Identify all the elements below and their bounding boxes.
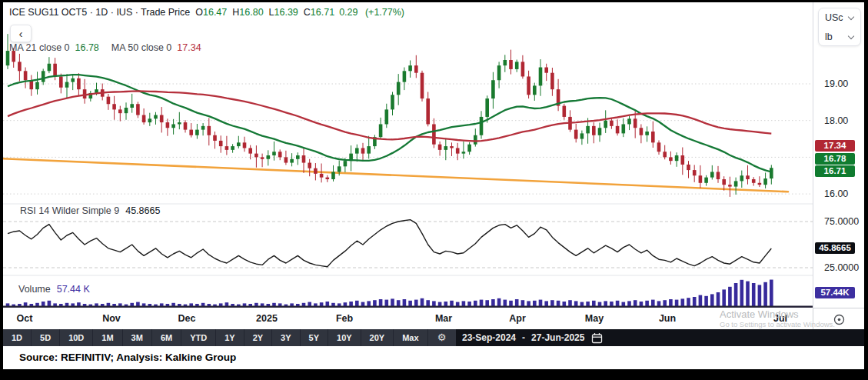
- month-label: Apr: [509, 313, 526, 324]
- date-from: 23-Sep-2024: [462, 332, 516, 343]
- ohlc-value: 16.39: [274, 7, 298, 18]
- volume-legend: Volume57.44 K: [18, 284, 90, 295]
- unit-selector: USc lb: [818, 8, 861, 46]
- ohlc-value: 16.71: [311, 7, 334, 18]
- range-button-1y[interactable]: 1Y: [216, 329, 244, 346]
- date-separator: -: [522, 332, 525, 343]
- footer: Source: REFINITIV; Analysis: Kalkine Gro…: [3, 346, 864, 369]
- ohlc-letter: C: [304, 7, 311, 18]
- rsi-value: 45.8665: [125, 205, 160, 216]
- price-tick: 16.00: [824, 188, 848, 200]
- range-toolbar: 1D5D10D1M3M6MYTD1Y2Y3Y5Y10Y20YMax⚙ 23-Se…: [3, 329, 864, 346]
- ma50-value: 17.34: [177, 42, 201, 53]
- range-button-3m[interactable]: 3M: [123, 329, 152, 346]
- month-label: Dec: [178, 313, 196, 324]
- range-button-1d[interactable]: 1D: [3, 329, 32, 346]
- range-button-ytd[interactable]: YTD: [181, 329, 216, 346]
- ohlc-letter: L: [269, 7, 274, 18]
- rsi-tick: 75.0000: [824, 215, 859, 228]
- ma-legend: MA 21 close 016.78MA 50 close 017.34: [9, 42, 201, 53]
- unit-dropdown-usc[interactable]: USc: [819, 8, 860, 28]
- date-to: 27-Jun-2025: [531, 332, 584, 343]
- change-value: 0.29: [339, 7, 358, 18]
- month-label: Oct: [17, 313, 33, 324]
- price-badge: 16.71: [815, 165, 855, 177]
- source-attribution: Source: REFINITIV; Analysis: Kalkine Gro…: [19, 352, 236, 363]
- range-button-3y[interactable]: 3Y: [272, 329, 300, 346]
- month-label: May: [585, 313, 604, 324]
- rsi-badge: 45.8665: [815, 242, 855, 254]
- ohlc-value: 16.80: [239, 7, 263, 18]
- ohlc-letter: H: [232, 7, 239, 18]
- month-label: Jun: [659, 313, 676, 324]
- ma21-label[interactable]: MA 21 close 0: [9, 42, 70, 53]
- volume-badge: 57.44K: [815, 287, 855, 298]
- month-label: Mar: [435, 313, 452, 324]
- time-axis[interactable]: OctNovDec2025FebMarAprMayJunJul: [3, 308, 813, 329]
- price-tick: 19.00: [824, 78, 848, 90]
- month-label: Nov: [102, 313, 121, 324]
- chevron-down-icon: [848, 14, 854, 20]
- range-button-max[interactable]: Max: [394, 329, 427, 346]
- range-button-20y[interactable]: 20Y: [361, 329, 394, 346]
- volume-value: 57.44 K: [57, 284, 90, 295]
- crosshair-cell: [813, 308, 864, 329]
- unit-usc-label: USc: [825, 12, 843, 23]
- screenshot-frame: ICE SUG11 OCT5 · 1D · IUS · Trade PriceO…: [0, 0, 868, 380]
- price-axis[interactable]: USc lb 19.0018.0016.0075.000025.000017.3…: [813, 2, 864, 329]
- price-tick: 18.00: [824, 115, 848, 127]
- ohlc-value: 16.47: [203, 7, 227, 18]
- symbol-title[interactable]: ICE SUG11 OCT5 · 1D · IUS · Trade Price: [9, 7, 190, 18]
- month-label: 2025: [256, 313, 278, 324]
- range-button-10d[interactable]: 10D: [60, 329, 93, 346]
- chart-app: ICE SUG11 OCT5 · 1D · IUS · Trade PriceO…: [3, 2, 864, 369]
- target-icon[interactable]: [833, 313, 846, 326]
- unit-dropdown-lb[interactable]: lb: [819, 28, 860, 47]
- range-button-5d[interactable]: 5D: [32, 329, 60, 346]
- calendar-icon[interactable]: [591, 332, 603, 344]
- change-percent: (+1.77%): [365, 7, 404, 18]
- range-button-2y[interactable]: 2Y: [244, 329, 272, 346]
- symbol-legend: ICE SUG11 OCT5 · 1D · IUS · Trade PriceO…: [9, 7, 404, 18]
- rsi-label[interactable]: RSI 14 Wilder Simple 9: [20, 205, 119, 216]
- range-button-1m[interactable]: 1M: [93, 329, 122, 346]
- rsi-tick: 25.0000: [824, 262, 859, 274]
- ma50-label[interactable]: MA 50 close 0: [111, 42, 172, 53]
- chevron-down-icon: [848, 33, 854, 39]
- gear-icon[interactable]: ⚙: [428, 329, 456, 346]
- rsi-legend: RSI 14 Wilder Simple 945.8665: [20, 205, 160, 216]
- month-label: Feb: [336, 313, 353, 324]
- range-button-5y[interactable]: 5Y: [301, 329, 328, 346]
- date-range-picker[interactable]: 23-Sep-2024 - 27-Jun-2025: [462, 329, 603, 346]
- back-button[interactable]: ‹: [10, 25, 32, 42]
- volume-label[interactable]: Volume: [18, 284, 51, 295]
- range-button-6m[interactable]: 6M: [152, 329, 181, 346]
- price-badge: 17.34: [815, 140, 855, 152]
- ohlc-letter: O: [195, 7, 203, 18]
- month-label: Jul: [773, 313, 787, 324]
- range-button-10y[interactable]: 10Y: [328, 329, 361, 346]
- unit-lb-label: lb: [825, 32, 833, 42]
- price-badge: 16.78: [815, 153, 855, 165]
- ma21-value: 16.78: [75, 42, 99, 53]
